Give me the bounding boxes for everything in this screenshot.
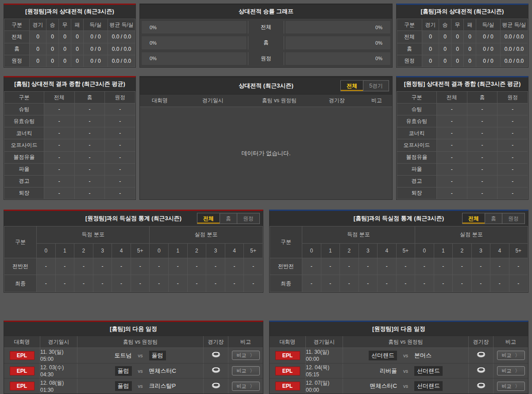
- tab-all[interactable]: 전체: [341, 81, 363, 91]
- cell: -: [44, 115, 75, 127]
- cell: -: [74, 127, 105, 139]
- col-header: 경기: [30, 19, 46, 31]
- tab-all[interactable]: 전체: [463, 213, 485, 223]
- stadium-icon[interactable]: [476, 366, 486, 375]
- row-label: 퇴장: [4, 187, 44, 199]
- league-cell: EPL: [270, 379, 306, 394]
- stadium-icon[interactable]: [211, 366, 221, 375]
- stadium-icon[interactable]: [211, 351, 221, 360]
- goals-tab-group: 전체 홈 원정: [462, 213, 525, 224]
- cell: -: [509, 275, 528, 292]
- table-header-row: 구분 전체 홈 원정: [397, 92, 528, 103]
- cell: -: [497, 127, 528, 139]
- graph-row-label: 전체: [248, 21, 284, 34]
- schedule-row-item: EPL 12. 03(수) 04:30 풀럼 vs 맨체스터C 비교〉: [4, 363, 263, 379]
- cell: 0: [30, 31, 46, 43]
- col-header-league: 대회명: [140, 97, 180, 104]
- col-header-datetime: 경기일시: [40, 336, 77, 348]
- away-team: 크리스탈P: [149, 382, 176, 390]
- compare-button[interactable]: 비교〉: [232, 382, 260, 391]
- cell: 0: [439, 31, 451, 43]
- stadium-icon[interactable]: [476, 382, 486, 391]
- home-winrate-bar: 0%: [141, 36, 247, 50]
- col-header: 패: [71, 19, 84, 31]
- cell: -: [396, 275, 415, 292]
- col-header: 전체: [437, 92, 467, 103]
- stadium-icon[interactable]: [211, 382, 221, 391]
- compare-button[interactable]: 비교〉: [232, 351, 260, 360]
- row-label: 전체: [4, 31, 30, 43]
- compare-button[interactable]: 비교〉: [232, 366, 260, 375]
- cell: -: [44, 151, 75, 163]
- compare-button[interactable]: 비교〉: [497, 351, 525, 360]
- note-cell: 비교〉: [493, 363, 528, 379]
- cell: 0: [30, 43, 46, 55]
- cell: -: [467, 103, 497, 115]
- cell: -: [187, 275, 206, 292]
- tab-all[interactable]: 전체: [197, 213, 220, 223]
- cell: 0: [451, 55, 464, 67]
- bin-header: 0: [150, 243, 169, 258]
- cell: -: [497, 151, 528, 163]
- compare-button[interactable]: 비교〉: [497, 366, 525, 375]
- row-label: 원정: [397, 55, 422, 67]
- panel-home-summary: [홈팀] 상대전적 결과 종합 (최근3시즌 평균) 구분 전체 홈 원정 슈팅…: [4, 76, 136, 200]
- match-cell: 선더랜드 vs 본머스: [343, 348, 469, 363]
- cell: -: [321, 258, 340, 275]
- panel-away-summary: [원정팀] 상대전적 결과 종합 (최근3시즌 평균) 구분 전체 홈 원정 슈…: [396, 76, 528, 200]
- compare-button[interactable]: 비교〉: [497, 382, 525, 391]
- row-label: 최종: [270, 275, 302, 292]
- vs-label: vs: [403, 353, 408, 358]
- cell: 0: [71, 31, 84, 43]
- cell: 0: [59, 55, 71, 67]
- col-header-league: 대회명: [4, 336, 40, 348]
- row-label: 원정: [4, 55, 30, 67]
- cell: -: [437, 187, 467, 199]
- tab-home[interactable]: 홈: [220, 213, 237, 223]
- bins-header-row: 012345+ 012345+: [270, 243, 528, 258]
- cell: -: [497, 139, 528, 151]
- vs-label: vs: [138, 368, 143, 374]
- cell: -: [37, 258, 56, 275]
- cell: -: [105, 103, 135, 115]
- col-header-datetime: 경기일시: [306, 336, 343, 348]
- away-team: 선더랜드: [414, 381, 443, 391]
- cell: 0.0 / 0.0: [501, 55, 528, 67]
- cell: -: [44, 175, 75, 187]
- h2h-header-row: 대회명 경기일시 홈팀 vs 원정팀 경기장 비고: [140, 95, 392, 107]
- stadium-cell: [469, 348, 493, 363]
- panel-away-schedule: [원정팀]의 다음 일정 대회명 경기일시 홈팀 vs 원정팀 경기장 비고 E…: [269, 321, 528, 394]
- cell: -: [437, 163, 467, 175]
- col-header-note: 비고: [228, 336, 263, 348]
- bin-header: 0: [302, 243, 321, 258]
- cell: -: [55, 258, 74, 275]
- cell: -: [378, 258, 397, 275]
- bin-header: 5+: [396, 243, 415, 258]
- cell: -: [437, 127, 467, 139]
- bin-header: 4: [112, 243, 131, 258]
- row-label: 슈팅: [397, 103, 437, 115]
- table-row: 원정 0 0 0 0 0 / 0 0.0 / 0.0: [397, 55, 528, 67]
- col-header: 득/실: [84, 19, 108, 31]
- bin-header: 5+: [509, 243, 528, 258]
- table-row: 전반전 ------ ------: [4, 258, 263, 275]
- stadium-icon[interactable]: [476, 351, 486, 360]
- row-label: 유효슈팅: [397, 115, 437, 127]
- cell: -: [93, 275, 112, 292]
- tab-last5[interactable]: 5경기: [363, 81, 389, 91]
- tab-home[interactable]: 홈: [485, 213, 502, 223]
- home-team: 풀럼: [115, 381, 132, 391]
- panel-title-text: 상대전적 (최근3시즌): [239, 82, 293, 90]
- away-team: 풀럼: [149, 351, 166, 360]
- tab-away[interactable]: 원정: [237, 213, 259, 223]
- table-row: 홈 0 0 0 0 0 / 0 0.0 / 0.0: [4, 43, 135, 55]
- table-row: 홈 0 0 0 0 0 / 0 0.0 / 0.0: [397, 43, 528, 55]
- cell: -: [302, 275, 321, 292]
- bin-header: 4: [490, 243, 509, 258]
- cell: 0: [59, 43, 71, 55]
- cell: -: [497, 103, 528, 115]
- panel-goals-vs-away: [원정팀]과의 득실점 통계 (최근3시즌) 전체 홈 원정 구분 득점 분포 …: [4, 210, 263, 293]
- tab-away[interactable]: 원정: [502, 213, 524, 223]
- col-header: 원정: [105, 92, 135, 103]
- col-header: 득/실: [476, 19, 501, 31]
